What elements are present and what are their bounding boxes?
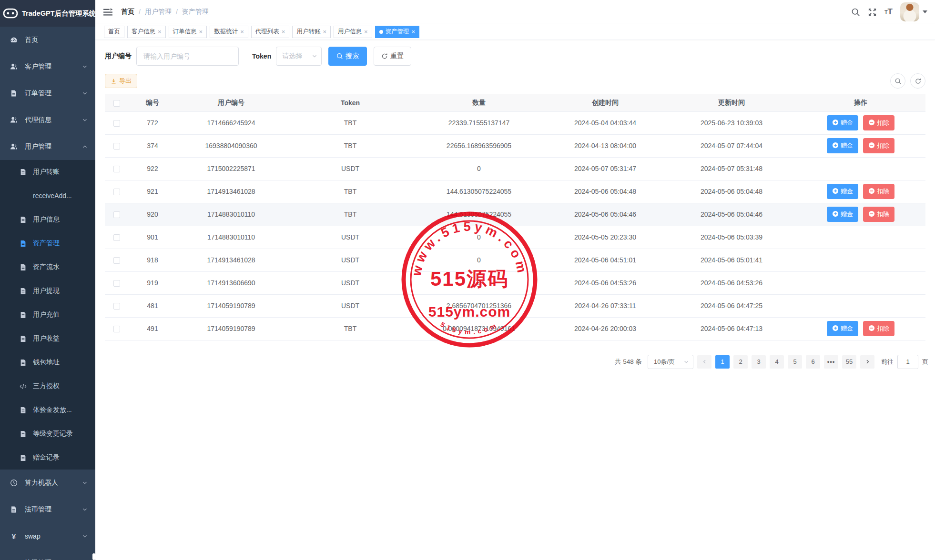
row-checkbox[interactable] <box>113 120 120 127</box>
sidebar-item[interactable]: 订单管理 <box>0 80 95 107</box>
row-checkbox[interactable] <box>113 303 120 310</box>
row-checkbox[interactable] <box>113 211 120 218</box>
grant-button[interactable]: 赠金 <box>827 115 858 130</box>
row-checkbox[interactable] <box>113 257 120 264</box>
grant-button-label: 赠金 <box>841 324 853 333</box>
chevron-down-icon <box>82 480 88 486</box>
font-size-icon[interactable]: TT <box>884 7 893 17</box>
tab-item[interactable]: 数据统计× <box>210 26 248 38</box>
page-size-select[interactable]: 10条/页 <box>648 355 693 369</box>
tab-close-icon[interactable]: × <box>158 29 162 35</box>
sidebar-item[interactable]: 法币管理 <box>0 496 95 523</box>
deduct-button[interactable]: 扣除 <box>863 184 894 199</box>
search-button[interactable]: 搜索 <box>328 47 367 66</box>
tab-item[interactable]: 首页 <box>104 26 124 38</box>
page-button[interactable]: 5 <box>788 355 802 369</box>
page-button[interactable]: 2 <box>733 355 748 369</box>
row-checkbox[interactable] <box>113 143 120 150</box>
tab-item[interactable]: 用户转账× <box>292 26 331 38</box>
deduct-button[interactable]: 扣除 <box>863 321 894 336</box>
user-id-input[interactable] <box>136 47 239 66</box>
sidebar-item[interactable]: 用户管理 <box>0 133 95 160</box>
fullscreen-icon[interactable] <box>868 8 877 17</box>
page-button[interactable]: 1 <box>715 355 730 369</box>
submenu-item[interactable]: 用户转账 <box>0 160 95 184</box>
tab-close-icon[interactable]: × <box>240 29 244 35</box>
select-all-checkbox[interactable] <box>113 100 120 107</box>
tab-close-icon[interactable]: × <box>364 29 368 35</box>
table-row: 37416938804090360TBT22656.16896359690520… <box>105 134 925 157</box>
row-checkbox[interactable] <box>113 234 120 241</box>
cell-token: USDT <box>286 249 415 271</box>
tab-close-icon[interactable]: × <box>412 29 416 35</box>
page-ellipsis[interactable]: ••• <box>824 355 838 369</box>
row-checkbox[interactable] <box>113 326 120 332</box>
assets-table: 编号用户编号Token数量创建时间更新时间操作 7721714666245924… <box>105 94 925 340</box>
sidebar-item[interactable]: 快讯管理 <box>0 550 95 560</box>
row-checkbox[interactable] <box>113 189 120 195</box>
submenu-item[interactable]: 体验金发放... <box>0 398 95 422</box>
submenu-item[interactable]: receiveAdd... <box>0 184 95 208</box>
sidebar-item[interactable]: ¥swap <box>0 523 95 550</box>
submenu-item[interactable]: 用户充值 <box>0 303 95 327</box>
submenu-item[interactable]: 钱包地址 <box>0 350 95 374</box>
submenu-item[interactable]: 三方授权 <box>0 374 95 398</box>
prev-page-button[interactable] <box>697 355 711 369</box>
submenu-item[interactable]: 用户提现 <box>0 279 95 303</box>
token-select[interactable]: 请选择 <box>276 47 322 66</box>
cell-id: 920 <box>129 203 176 226</box>
row-checkbox[interactable] <box>113 280 120 287</box>
navbar: 首页/用户管理/资产管理 TT <box>95 0 935 24</box>
tab-label: 代理列表 <box>255 28 279 36</box>
row-checkbox[interactable] <box>113 166 120 172</box>
chevron-down-icon <box>82 64 88 70</box>
grant-button[interactable]: 赠金 <box>827 321 858 336</box>
row-select-cell <box>105 249 129 271</box>
table-refresh-icon[interactable] <box>910 73 925 89</box>
submenu-item[interactable]: 用户信息 <box>0 208 95 231</box>
avatar[interactable] <box>900 2 919 21</box>
page-button[interactable]: 3 <box>752 355 766 369</box>
search-icon[interactable] <box>851 8 860 17</box>
breadcrumb-item[interactable]: 首页 <box>121 8 134 16</box>
tab-item[interactable]: 客户信息× <box>127 26 166 38</box>
submenu-item[interactable]: 赠金记录 <box>0 446 95 470</box>
submenu-item[interactable]: 资产管理 <box>0 231 95 255</box>
sidebar-item[interactable]: 首页 <box>0 27 95 53</box>
deduct-button[interactable]: 扣除 <box>863 207 894 222</box>
grant-button[interactable]: 赠金 <box>827 184 858 199</box>
main-area: 首页/用户管理/资产管理 TT 首页客户信息×订单信息×数据统计×代理列表×用户… <box>95 0 935 369</box>
next-page-button[interactable] <box>860 355 874 369</box>
tab-active[interactable]: 资产管理× <box>375 26 420 38</box>
export-button[interactable]: 导出 <box>105 74 137 88</box>
submenu-item[interactable]: 资产流水 <box>0 255 95 279</box>
hamburger-icon[interactable] <box>103 7 113 17</box>
goto-page-input[interactable] <box>897 355 918 369</box>
reset-button[interactable]: 重置 <box>374 47 411 66</box>
cell-id: 922 <box>129 157 176 180</box>
submenu-item[interactable]: 用户收益 <box>0 327 95 350</box>
tab-close-icon[interactable]: × <box>282 29 285 35</box>
grant-button[interactable]: 赠金 <box>827 207 858 222</box>
cell-uid: 1714059190789 <box>176 317 286 340</box>
sidebar-item[interactable]: 代理信息 <box>0 107 95 133</box>
tab-close-icon[interactable]: × <box>199 29 203 35</box>
table-search-icon[interactable] <box>890 73 905 89</box>
sidebar-item[interactable]: 客户管理 <box>0 53 95 80</box>
page-button[interactable]: 55 <box>842 355 856 369</box>
page-button[interactable]: 4 <box>770 355 784 369</box>
cell-token: TBT <box>286 203 415 226</box>
deduct-button[interactable]: 扣除 <box>863 138 894 153</box>
sidebar-scrollbar-thumb[interactable] <box>92 553 95 560</box>
tab-close-icon[interactable]: × <box>323 29 326 35</box>
grant-button[interactable]: 赠金 <box>827 138 858 153</box>
tab-item[interactable]: 订单信息× <box>169 26 207 38</box>
submenu-item[interactable]: 等级变更记录 <box>0 422 95 446</box>
deduct-button[interactable]: 扣除 <box>863 115 894 130</box>
caret-down-icon[interactable] <box>923 10 927 13</box>
page-button[interactable]: 6 <box>806 355 820 369</box>
tab-item[interactable]: 用户信息× <box>334 26 372 38</box>
sidebar-item-label: 订单管理 <box>25 89 51 98</box>
sidebar-item[interactable]: 算力机器人 <box>0 470 95 496</box>
tab-item[interactable]: 代理列表× <box>251 26 290 38</box>
